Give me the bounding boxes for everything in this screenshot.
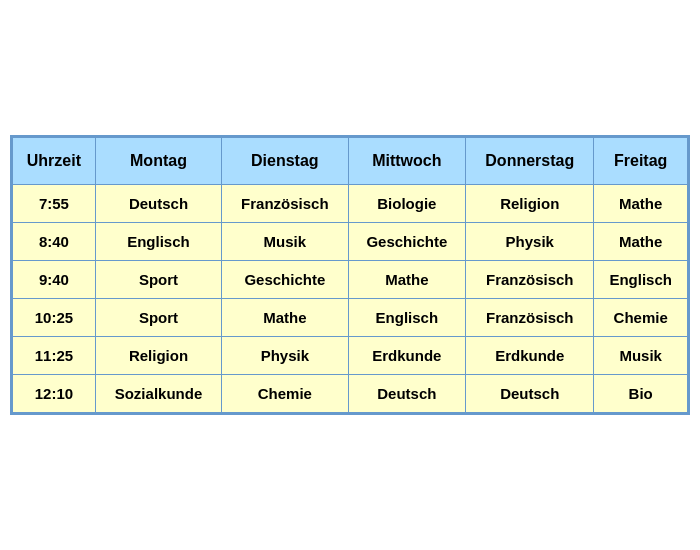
- subject-cell: Bio: [594, 375, 688, 413]
- table-row: 7:55DeutschFranzösischBiologieReligionMa…: [13, 185, 688, 223]
- subject-cell: Geschichte: [348, 223, 466, 261]
- subject-cell: Sozialkunde: [95, 375, 221, 413]
- subject-cell: Geschichte: [222, 261, 348, 299]
- column-header-mittwoch: Mittwoch: [348, 138, 466, 185]
- schedule-table-container: UhrzeitMontagDienstagMittwochDonnerstagF…: [10, 135, 690, 415]
- subject-cell: Mathe: [594, 185, 688, 223]
- subject-cell: Deutsch: [95, 185, 221, 223]
- table-row: 11:25ReligionPhysikErdkundeErdkundeMusik: [13, 337, 688, 375]
- subject-cell: Sport: [95, 299, 221, 337]
- time-cell: 7:55: [13, 185, 96, 223]
- time-cell: 10:25: [13, 299, 96, 337]
- subject-cell: Chemie: [594, 299, 688, 337]
- subject-cell: Erdkunde: [466, 337, 594, 375]
- subject-cell: Französisch: [466, 299, 594, 337]
- subject-cell: Mathe: [222, 299, 348, 337]
- subject-cell: Erdkunde: [348, 337, 466, 375]
- table-row: 10:25SportMatheEnglischFranzösischChemie: [13, 299, 688, 337]
- time-cell: 11:25: [13, 337, 96, 375]
- table-row: 8:40EnglischMusikGeschichtePhysikMathe: [13, 223, 688, 261]
- subject-cell: Englisch: [348, 299, 466, 337]
- subject-cell: Religion: [95, 337, 221, 375]
- subject-cell: Mathe: [348, 261, 466, 299]
- subject-cell: Musik: [594, 337, 688, 375]
- column-header-montag: Montag: [95, 138, 221, 185]
- subject-cell: Französisch: [466, 261, 594, 299]
- subject-cell: Deutsch: [466, 375, 594, 413]
- subject-cell: Physik: [466, 223, 594, 261]
- table-row: 9:40SportGeschichteMatheFranzösischEngli…: [13, 261, 688, 299]
- table-header-row: UhrzeitMontagDienstagMittwochDonnerstagF…: [13, 138, 688, 185]
- time-cell: 12:10: [13, 375, 96, 413]
- subject-cell: Englisch: [95, 223, 221, 261]
- column-header-donnerstag: Donnerstag: [466, 138, 594, 185]
- subject-cell: Deutsch: [348, 375, 466, 413]
- subject-cell: Biologie: [348, 185, 466, 223]
- subject-cell: Mathe: [594, 223, 688, 261]
- column-header-uhrzeit: Uhrzeit: [13, 138, 96, 185]
- subject-cell: Französisch: [222, 185, 348, 223]
- subject-cell: Chemie: [222, 375, 348, 413]
- time-cell: 8:40: [13, 223, 96, 261]
- subject-cell: Musik: [222, 223, 348, 261]
- subject-cell: Englisch: [594, 261, 688, 299]
- subject-cell: Physik: [222, 337, 348, 375]
- subject-cell: Sport: [95, 261, 221, 299]
- column-header-freitag: Freitag: [594, 138, 688, 185]
- schedule-table: UhrzeitMontagDienstagMittwochDonnerstagF…: [12, 137, 688, 413]
- table-row: 12:10SozialkundeChemieDeutschDeutschBio: [13, 375, 688, 413]
- time-cell: 9:40: [13, 261, 96, 299]
- column-header-dienstag: Dienstag: [222, 138, 348, 185]
- table-body: 7:55DeutschFranzösischBiologieReligionMa…: [13, 185, 688, 413]
- subject-cell: Religion: [466, 185, 594, 223]
